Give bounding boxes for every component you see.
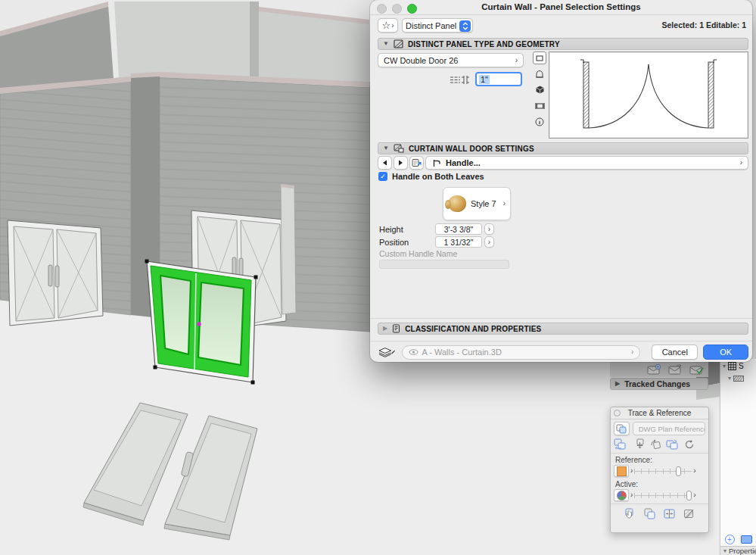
fill-visibility-icon[interactable]	[683, 508, 695, 519]
trace-reference-header[interactable]: Trace & Reference	[611, 407, 708, 419]
chevron-down-icon[interactable]: ▾	[728, 375, 731, 382]
chevron-right-icon: ›	[488, 226, 490, 233]
rotate-reference-icon[interactable]	[650, 438, 661, 450]
both-leaves-checkbox-row[interactable]: ✓ Handle on Both Leaves	[378, 172, 484, 181]
active-color-button[interactable]	[614, 489, 629, 501]
copy-reference-icon[interactable]	[666, 438, 678, 450]
close-icon[interactable]	[614, 410, 621, 416]
active-label: Active:	[611, 478, 708, 488]
frame-offset-icon	[449, 73, 473, 86]
close-window-icon[interactable]	[377, 4, 387, 14]
frame-tool-icon[interactable]	[741, 535, 752, 544]
chevron-right-icon[interactable]: ›	[693, 491, 695, 499]
collapse-arrow-icon[interactable]: ▶	[615, 381, 620, 387]
trace-toggle-button[interactable]	[614, 422, 630, 435]
preview-mode-strip	[532, 51, 547, 128]
dialog-titlebar[interactable]: Curtain Wall - Panel Selection Settings	[370, 0, 752, 15]
custom-handle-name-input[interactable]	[379, 260, 509, 269]
panel-item-hatch[interactable]: ▾	[720, 372, 756, 383]
chevron-right-icon[interactable]: ›	[630, 491, 633, 499]
layer-select[interactable]: A - Walls - Curtain.3D ›	[402, 345, 641, 360]
reference-label: Reference:	[611, 454, 708, 464]
chevron-right-icon[interactable]: ›	[693, 467, 695, 475]
transfer-settings-button[interactable]	[409, 156, 424, 170]
door-knob-thumbnail	[448, 195, 466, 212]
position-value: 1 31/32"	[444, 238, 474, 247]
reference-opacity-slider[interactable]	[634, 466, 692, 476]
cancel-button[interactable]: Cancel	[652, 345, 698, 360]
position-input[interactable]: 1 31/32"	[435, 236, 482, 248]
handle-style-select[interactable]: Style 7 ›	[443, 187, 511, 220]
tracked-changes-bar[interactable]: ▶ Tracked Changes	[610, 378, 708, 390]
zoom-window-icon[interactable]	[407, 4, 417, 14]
classification-icon	[392, 324, 400, 333]
favorites-button[interactable]: ☆ ›	[378, 18, 398, 33]
elevation-view-button[interactable]	[533, 67, 546, 80]
height-input[interactable]: 3'-3 3/8"	[435, 223, 482, 235]
selected-curtain-wall-door[interactable]	[145, 260, 258, 385]
ok-button[interactable]: OK	[703, 345, 748, 360]
panel-type-value: CW Double Door 26	[384, 56, 458, 65]
plan-view-button[interactable]	[533, 51, 546, 64]
reference-source-select[interactable]: DWG Plan Reference... ›	[633, 422, 705, 435]
mail-add-icon[interactable]	[647, 364, 661, 375]
mail-send-icon[interactable]	[668, 364, 683, 375]
chevron-right-icon: ›	[740, 159, 742, 167]
hotspot-dot[interactable]	[197, 322, 201, 326]
slider-thumb[interactable]	[686, 491, 692, 500]
section-classification-title: CLASSIFICATION AND PROPERTIES	[405, 325, 541, 333]
reference-color-swatch	[617, 466, 627, 476]
rebuild-reference-icon[interactable]	[684, 439, 695, 450]
panel-preview[interactable]	[549, 51, 748, 139]
slider-thumb[interactable]	[676, 466, 681, 476]
panel-type-select[interactable]: CW Double Door 26 ›	[378, 53, 524, 67]
next-accessory-button[interactable]	[394, 156, 408, 170]
section-classification-header[interactable]: ▶ CLASSIFICATION AND PROPERTIES	[378, 323, 748, 335]
dialog-footer: A - Walls - Curtain.3D › Cancel OK	[370, 342, 752, 362]
compare-split-icon[interactable]	[664, 508, 675, 519]
divider	[370, 318, 752, 319]
properties-label: Properties	[729, 547, 756, 555]
section-geometry-title: DISTINCT PANEL TYPE AND GEOMETRY	[408, 40, 560, 48]
active-opacity-slider[interactable]	[634, 491, 692, 500]
edit-scope-select[interactable]: Distinct Panel	[402, 18, 473, 33]
collapse-arrow-icon[interactable]: ▶	[383, 326, 387, 332]
reference-on-top-icon[interactable]	[644, 508, 655, 519]
checkbox-checked-icon[interactable]: ✓	[378, 172, 387, 181]
chevron-right-icon: ›	[515, 57, 518, 64]
mail-check-icon[interactable]	[689, 364, 704, 375]
collapse-arrow-icon[interactable]: ▾	[723, 548, 726, 554]
edit-scope-value: Distinct Panel	[406, 21, 456, 30]
collapse-arrow-icon[interactable]: ▼	[383, 145, 389, 151]
drag-reference-icon[interactable]	[624, 508, 636, 519]
divider	[370, 341, 752, 341]
section-view-button[interactable]	[533, 99, 546, 112]
add-icon[interactable]: +	[725, 535, 735, 544]
section-door-header[interactable]: ▼ CURTAIN WALL DOOR SETTINGS	[378, 142, 748, 154]
collapse-arrow-icon[interactable]: ▼	[383, 41, 389, 47]
chevron-right-icon[interactable]: ›	[630, 467, 633, 475]
double-door-left[interactable]	[8, 220, 103, 326]
accessory-select[interactable]: Handle... ›	[425, 156, 748, 170]
previous-accessory-button[interactable]	[378, 156, 392, 170]
ok-label: OK	[720, 348, 732, 357]
reference-color-button[interactable]	[614, 465, 629, 477]
height-label: Height	[379, 225, 403, 234]
chevron-down-icon[interactable]: ▾	[723, 363, 726, 369]
star-icon: ☆	[382, 20, 391, 30]
info-button[interactable]	[533, 115, 546, 128]
position-stepper-button[interactable]: ›	[484, 236, 494, 248]
minimize-window-icon[interactable]	[392, 4, 402, 14]
trace-reference-palette: Trace & Reference DWG Plan Reference... …	[610, 407, 709, 533]
stepper-icon[interactable]	[459, 20, 471, 32]
move-reference-icon[interactable]	[634, 438, 646, 450]
properties-bar[interactable]: ▾ Properties	[720, 546, 756, 555]
section-geometry-header[interactable]: ▼ DISTINCT PANEL TYPE AND GEOMETRY	[378, 38, 748, 50]
section-door-title: CURTAIN WALL DOOR SETTINGS	[409, 145, 534, 153]
layer-value: A - Walls - Curtain.3D	[422, 348, 502, 357]
height-stepper-button[interactable]: ›	[484, 223, 494, 235]
3d-view-button[interactable]	[533, 83, 546, 96]
switch-reference-icon[interactable]	[614, 438, 626, 450]
layers-icon[interactable]	[378, 347, 396, 358]
frame-offset-input[interactable]: 1"	[475, 72, 522, 86]
